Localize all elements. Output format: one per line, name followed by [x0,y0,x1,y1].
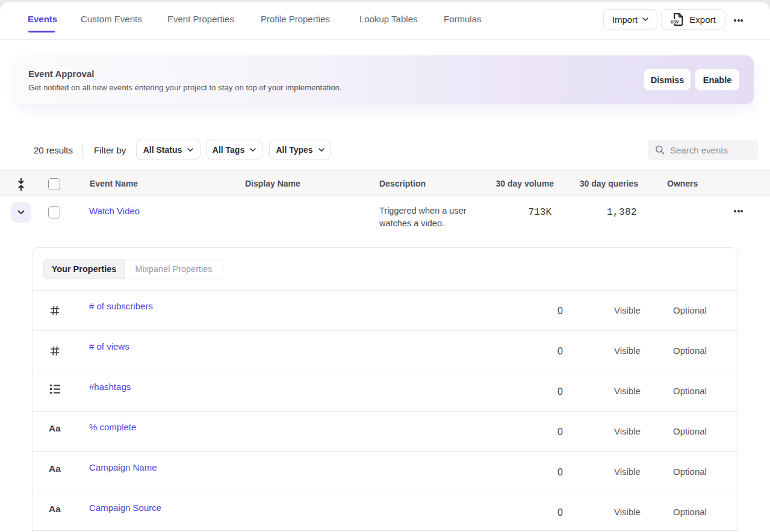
svg-text:csv: csv [671,19,679,25]
